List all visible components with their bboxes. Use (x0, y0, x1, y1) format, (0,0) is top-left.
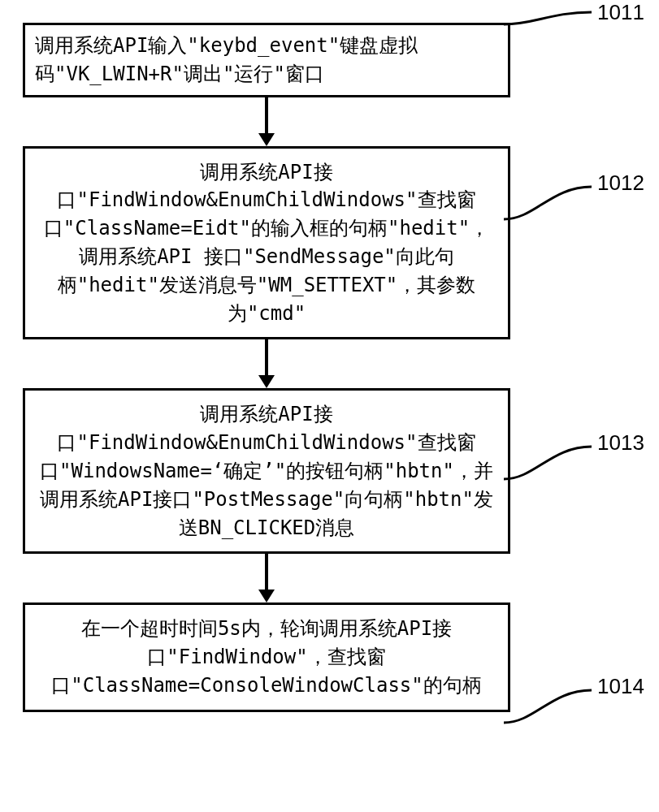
arrow-1 (265, 97, 268, 146)
label-1014: 1014 (597, 674, 644, 699)
arrow-3 (265, 554, 268, 603)
flow-box-text: 调用系统API接口"FindWindow&EnumChildWindows"查找… (40, 403, 493, 538)
flow-box-text: 调用系统API接口"FindWindow&EnumChildWindows"查找… (44, 161, 489, 325)
label-1013: 1013 (597, 430, 644, 456)
flow-box-text: 在一个超时时间5s内，轮询调用系统API接口"FindWindow"，查找窗口"… (51, 617, 481, 697)
flowchart: 调用系统API输入"keybd_event"键盘虚拟码"VK_LWIN+R"调出… (15, 23, 518, 712)
label-1011: 1011 (597, 0, 644, 25)
flow-box-1011: 调用系统API输入"keybd_event"键盘虚拟码"VK_LWIN+R"调出… (23, 23, 510, 97)
flow-box-1014: 在一个超时时间5s内，轮询调用系统API接口"FindWindow"，查找窗口"… (23, 603, 510, 711)
flow-box-text: 调用系统API输入"keybd_event"键盘虚拟码"VK_LWIN+R"调出… (35, 34, 418, 85)
arrow-2 (265, 339, 268, 388)
flow-box-1012: 调用系统API接口"FindWindow&EnumChildWindows"查找… (23, 146, 510, 340)
svg-marker-1 (258, 133, 275, 146)
label-1012: 1012 (597, 171, 644, 196)
svg-marker-5 (258, 590, 275, 603)
svg-marker-3 (258, 375, 275, 388)
flow-box-1013: 调用系统API接口"FindWindow&EnumChildWindows"查找… (23, 388, 510, 554)
